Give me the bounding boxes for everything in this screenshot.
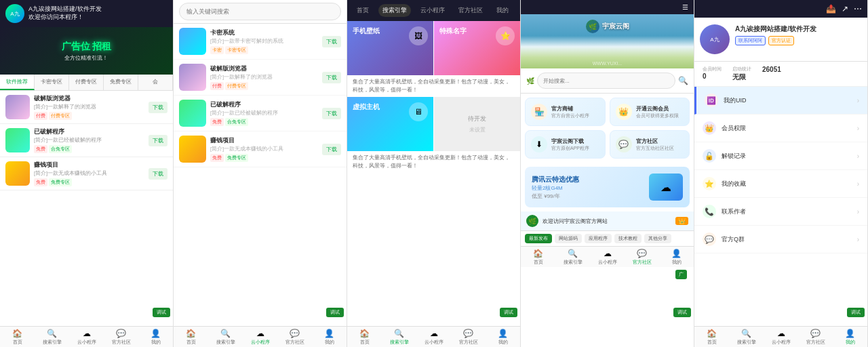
download-button[interactable]: 下载	[322, 72, 341, 83]
menu-vip[interactable]: 👑 会员权限 ›	[694, 115, 867, 142]
nav-home[interactable]: 🏠首页	[347, 329, 382, 346]
tab-card-zone[interactable]: 卡密专区	[35, 75, 69, 90]
ad-sub: 轻量2核G4M	[532, 184, 644, 192]
item-desc: [简介]一款已经被破解的程序	[34, 137, 144, 144]
news-tag-other[interactable]: 其他分享	[644, 234, 671, 243]
nav-home[interactable]: 🏠首页	[694, 329, 729, 346]
nav-home[interactable]: 🏠首页	[521, 249, 555, 266]
list-item: 已破解程序 [简介]一款已经被破解的程序 免费 合免专区 下载	[0, 124, 173, 157]
item-title: 赚钱项目	[34, 161, 144, 169]
nav-community[interactable]: 💬官方社区	[104, 329, 138, 346]
grid-sub: 官方原创APP程序	[551, 145, 589, 152]
nav-community[interactable]: 💬官方社区	[625, 249, 659, 266]
p3-nav-home[interactable]: 首页	[353, 4, 373, 17]
p4-search-bar: 🌿 🔍	[521, 68, 694, 94]
nav-home[interactable]: 🏠首页	[174, 329, 208, 346]
ad-price: 低至 ¥99/年	[532, 192, 644, 200]
nav-mine[interactable]: 👤我的	[486, 329, 520, 346]
p3-nav-search[interactable]: 搜索引擎	[378, 4, 411, 17]
menu-favorites[interactable]: ⭐ 我的收藏 ›	[694, 170, 867, 198]
menu-unlock[interactable]: 🔓 解锁记录 ›	[694, 142, 867, 170]
card-wallpaper[interactable]: 手机壁纸 🖼	[347, 21, 433, 75]
p4-ad[interactable]: 腾讯云特选优惠 轻量2核G4M 低至 ¥99/年 ☁ 广	[525, 167, 690, 207]
menu-qq-group[interactable]: 💬 官方Q群 ›	[694, 226, 867, 253]
badge-verified: 官方认证	[768, 36, 794, 45]
tag-free: 免费	[34, 178, 47, 186]
menu-contact[interactable]: 📞 联系作者 ›	[694, 198, 867, 226]
nav-search[interactable]: 🔍搜索引擎	[208, 329, 243, 346]
p3-nav-mini[interactable]: 云小程序	[416, 4, 449, 17]
item-tags: 免费 合免专区	[34, 145, 144, 153]
nav-community[interactable]: 💬官方社区	[451, 329, 486, 346]
item-title: 已破解程序	[210, 100, 318, 109]
news-tag-app[interactable]: 应用程序	[585, 234, 612, 243]
nav-mine[interactable]: 👤我的	[312, 329, 347, 346]
card-special-name[interactable]: 特殊名字 ⭐	[434, 21, 520, 75]
grid-sub: 官方互动社区社区	[636, 145, 674, 152]
p4-search-input[interactable]	[537, 73, 675, 89]
tag-zone: 合免专区	[49, 145, 72, 153]
download-button[interactable]: 下载	[149, 168, 167, 180]
nav-mine[interactable]: 👤我的	[833, 329, 867, 346]
p2-search-input[interactable]	[179, 3, 341, 20]
item-info: 赚钱项目 [简介]一款无成本赚钱的小工具 免费 免费专区	[34, 161, 144, 186]
p1-banner-main: 广告位 招租	[62, 41, 112, 53]
item-image	[179, 64, 206, 91]
card-pending: 待开发 未设置	[434, 97, 520, 151]
grid-title: 开通云阁会员	[636, 105, 679, 113]
news-tag-source[interactable]: 网站源码	[555, 234, 582, 243]
panel-yuchen: ☰ 🌿 宇宸云阁 WWW.YUXI... 🌿 🔍 🏪 官方商铺官方自营云小程序 …	[521, 0, 694, 347]
nav-community[interactable]: 💬官方社区	[798, 329, 833, 346]
menu-uid[interactable]: 🆔 我的UID ›	[694, 87, 867, 115]
p3-nav-mine[interactable]: 我的	[492, 4, 513, 17]
item-info: 破解版浏览器 [简介]一款解释了的浏览器 付费 付费专区	[210, 64, 318, 90]
download-button[interactable]: 下载	[322, 36, 341, 47]
nav-search[interactable]: 🔍搜索引擎	[382, 329, 416, 346]
download-button[interactable]: 下载	[149, 102, 167, 113]
tab-paid-zone[interactable]: 付费专区	[69, 75, 104, 90]
news-tag-latest[interactable]: 最新发布	[525, 234, 552, 243]
tab-free-zone[interactable]: 免费专区	[104, 75, 138, 90]
share2-icon[interactable]: ↗	[842, 4, 848, 14]
chevron-icon: ›	[857, 180, 859, 188]
p5-header: 📤 ↗ ⋯	[694, 0, 867, 18]
p1-avatar: A九	[5, 4, 24, 23]
search-icon[interactable]: 🔍	[678, 76, 688, 85]
tab-more[interactable]: 会	[138, 75, 173, 90]
download-button[interactable]: 下载	[149, 135, 167, 146]
shop-icon: 🏪	[531, 104, 547, 120]
nav-search[interactable]: 🔍搜索引擎	[35, 329, 69, 346]
nav-mine[interactable]: 👤我的	[138, 329, 173, 346]
yuchen-logo: 🌿	[586, 20, 599, 33]
nav-mini[interactable]: ☁云小程序	[590, 249, 625, 266]
list-item: 破解版浏览器 [简介]一款解释了的浏览器 付费 付费专区 下载	[0, 91, 173, 124]
nav-home[interactable]: 🏠首页	[0, 329, 35, 346]
tab-software-recommend[interactable]: 软件推荐	[0, 75, 35, 90]
grid-community[interactable]: 💬 官方社区官方互动社区社区	[610, 130, 690, 159]
grid-download[interactable]: ⬇ 宇宸云阁下载官方原创APP程序	[525, 130, 606, 159]
more-icon[interactable]: ⋯	[854, 4, 862, 14]
download-button[interactable]: 下载	[322, 108, 341, 119]
download-button[interactable]: 下载	[322, 144, 341, 155]
nav-search[interactable]: 🔍搜索引擎	[555, 249, 590, 266]
pending-sub: 未设置	[469, 126, 486, 134]
p3-nav-community[interactable]: 官方社区	[454, 4, 487, 17]
nav-community[interactable]: 💬官方社区	[277, 329, 312, 346]
share-icon[interactable]: 📤	[826, 4, 836, 14]
p3-bottom-nav: 🏠首页 🔍搜索引擎 ☁云小程序 💬官方社区 👤我的	[347, 326, 520, 347]
menu-icon[interactable]: ☰	[682, 3, 688, 11]
nav-mini[interactable]: ☁云小程序	[764, 329, 798, 346]
card-virtual[interactable]: 虚拟主机 🖥	[347, 97, 433, 151]
nav-search[interactable]: 🔍搜索引擎	[729, 329, 764, 346]
nav-mini[interactable]: ☁云小程序	[416, 329, 451, 346]
nav-mini[interactable]: ☁云小程序	[243, 329, 277, 346]
grid-shop[interactable]: 🏪 官方商铺官方自营云小程序	[525, 98, 606, 126]
ad-text: 腾讯云特选优惠 轻量2核G4M 低至 ¥99/年	[532, 175, 644, 200]
item-image	[5, 128, 30, 152]
nav-mine[interactable]: 👤我的	[659, 249, 694, 266]
grid-vip[interactable]: 👑 开通云阁会员会员可获得更多权限	[610, 98, 690, 126]
news-tag-tutorial[interactable]: 技术教程	[614, 234, 642, 243]
nav-mini[interactable]: ☁云小程序	[69, 329, 104, 346]
list-item: 赚钱项目 [简介]一款无成本赚钱的小工具 免费 免费专区 下载	[0, 157, 173, 190]
ad-action-btn[interactable]: 广	[675, 270, 687, 279]
